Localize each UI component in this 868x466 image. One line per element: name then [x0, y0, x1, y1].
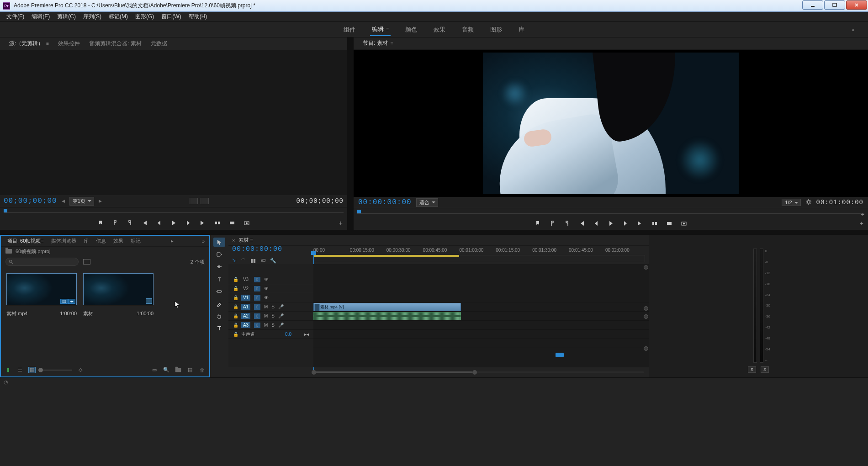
- type-tool[interactable]: [213, 324, 225, 333]
- selection-tool[interactable]: [213, 238, 225, 247]
- create-bin-icon[interactable]: [83, 259, 90, 265]
- master-volume-value[interactable]: 0.0: [285, 332, 291, 337]
- program-resolution-dropdown[interactable]: 1/2: [782, 199, 800, 206]
- export-frame-button[interactable]: [243, 219, 251, 227]
- new-bin-button[interactable]: [175, 367, 182, 373]
- close-sequence-button[interactable]: ×: [232, 238, 235, 243]
- add-marker-button[interactable]: [534, 220, 542, 227]
- minimize-button[interactable]: [802, 0, 823, 10]
- source-patch-toggle[interactable]: ▯: [254, 277, 260, 282]
- export-frame-button[interactable]: [680, 220, 688, 227]
- tab-program[interactable]: 节目: 素材≡: [358, 37, 398, 49]
- snap-toggle[interactable]: ⇲: [232, 258, 236, 265]
- lock-icon[interactable]: 🔒: [233, 304, 238, 309]
- tab-libraries[interactable]: 库: [80, 236, 92, 246]
- tab-metadata[interactable]: 元数据: [146, 38, 172, 49]
- source-button-editor[interactable]: +: [339, 219, 343, 227]
- source-btn-b[interactable]: [201, 198, 209, 204]
- tab-info[interactable]: 信息: [92, 236, 110, 246]
- extract-button[interactable]: [665, 220, 673, 227]
- play-button[interactable]: [169, 219, 178, 227]
- play-button[interactable]: [607, 220, 615, 227]
- menu-sequence[interactable]: 序列(S): [79, 12, 105, 21]
- go-to-out-button[interactable]: [636, 220, 644, 227]
- project-tabs-overflow[interactable]: »: [200, 238, 206, 244]
- voice-icon[interactable]: 🎤: [278, 304, 284, 309]
- maximize-button[interactable]: [824, 0, 845, 10]
- source-patch-toggle[interactable]: ▯: [254, 295, 260, 301]
- workspace-editing[interactable]: 编辑≡: [370, 23, 391, 36]
- program-button-editor[interactable]: +: [860, 220, 863, 227]
- solo-toggle[interactable]: S: [271, 323, 275, 328]
- workspace-color[interactable]: 颜色: [403, 24, 419, 36]
- project-tabs-prev[interactable]: ▸: [169, 238, 175, 244]
- solo-toggle[interactable]: S: [271, 304, 275, 309]
- timeline-ruler[interactable]: 00:00 00:00:15:00 00:00:30:00 00:00:45:0…: [313, 248, 645, 263]
- write-toggle-icon[interactable]: ▮: [5, 367, 12, 373]
- new-item-button[interactable]: ▤: [186, 367, 194, 373]
- step-back-button[interactable]: [155, 219, 163, 227]
- track-select-tool[interactable]: [213, 250, 225, 259]
- tab-effect-controls[interactable]: 效果控件: [53, 38, 85, 49]
- add-marker-button[interactable]: [96, 219, 105, 227]
- timeline-timecode[interactable]: 00:00:00:00: [232, 245, 282, 253]
- project-search-input[interactable]: [5, 258, 79, 266]
- eye-icon[interactable]: 👁: [264, 277, 270, 282]
- source-chev-right[interactable]: ▶: [99, 199, 102, 203]
- mark-out-button[interactable]: [563, 220, 571, 227]
- lock-icon[interactable]: 🔒: [233, 295, 238, 300]
- solo-toggle[interactable]: S: [271, 313, 275, 318]
- insert-button[interactable]: [213, 219, 222, 227]
- source-btn-a[interactable]: [190, 198, 198, 204]
- timeline-zoom-scrollbar[interactable]: [313, 371, 644, 373]
- menu-window[interactable]: 窗口(W): [158, 12, 185, 21]
- source-patch-toggle[interactable]: ▯: [254, 286, 260, 291]
- source-chev-left[interactable]: ◀: [62, 199, 65, 203]
- panel-divider-horizontal[interactable]: [0, 230, 868, 235]
- mark-in-button[interactable]: [548, 220, 556, 227]
- track-header-v2[interactable]: 🔒V2▯👁: [228, 284, 313, 293]
- linked-selection-toggle[interactable]: ⌒: [241, 258, 246, 265]
- ripple-edit-tool[interactable]: [213, 262, 225, 271]
- video-clip[interactable]: 素材.mp4 [V]: [313, 303, 461, 311]
- track-header-master[interactable]: 🔒主声道0.0▸◂: [228, 330, 313, 339]
- mute-toggle[interactable]: M: [264, 323, 268, 328]
- lock-icon[interactable]: 🔒: [233, 286, 238, 291]
- solo-right-button[interactable]: S: [761, 366, 769, 373]
- lock-icon[interactable]: 🔒: [233, 332, 238, 337]
- workspace-libraries[interactable]: 库: [517, 24, 526, 36]
- program-playhead[interactable]: [357, 210, 361, 213]
- timeline-settings-icon[interactable]: 🔧: [270, 258, 276, 265]
- tab-project[interactable]: 项目: 60帧视频≡: [4, 236, 48, 246]
- icon-view-button[interactable]: ▦: [28, 367, 36, 373]
- voice-icon[interactable]: 🎤: [278, 313, 284, 318]
- pen-tool[interactable]: [213, 299, 225, 308]
- source-patch-toggle[interactable]: ▯: [254, 313, 260, 319]
- workspace-menu-icon[interactable]: ≡: [386, 26, 389, 32]
- lift-button[interactable]: [651, 220, 659, 227]
- menu-edit[interactable]: 编辑(E): [28, 12, 53, 21]
- menu-graphics[interactable]: 图形(G): [132, 12, 158, 21]
- menu-file[interactable]: 文件(F): [3, 12, 28, 21]
- lock-icon[interactable]: 🔒: [233, 323, 238, 328]
- collapse-icon[interactable]: ▸◂: [304, 332, 309, 337]
- project-clip-sequence[interactable]: 素材 1:00:00: [83, 273, 153, 319]
- sequence-tab[interactable]: 素材 ≡: [238, 237, 253, 244]
- menu-help[interactable]: 帮助(H): [185, 12, 211, 21]
- eye-icon[interactable]: 👁: [264, 295, 270, 300]
- project-clip-video[interactable]: ▯▯◂▸ 素材.mp4 1:00:00: [6, 273, 77, 319]
- workspace-overflow-button[interactable]: »: [852, 27, 854, 32]
- tab-markers[interactable]: 标记: [127, 236, 144, 246]
- step-forward-button[interactable]: [184, 219, 192, 227]
- project-bin-area[interactable]: ▯▯◂▸ 素材.mp4 1:00:00: [1, 268, 209, 363]
- track-header-a2[interactable]: 🔒A2▯MS🎤: [228, 312, 313, 321]
- workspace-audio[interactable]: 音频: [460, 24, 476, 36]
- workspace-assembly[interactable]: 组件: [342, 24, 357, 36]
- mark-out-button[interactable]: [126, 219, 134, 227]
- close-button[interactable]: [846, 0, 867, 10]
- source-patch-toggle[interactable]: ▯: [254, 304, 260, 310]
- timeline-vertical-scroll-thumb[interactable]: [556, 353, 564, 357]
- track-clip-area[interactable]: 素材.mp4 [V]: [313, 264, 649, 367]
- mute-toggle[interactable]: M: [264, 313, 268, 318]
- source-ruler[interactable]: [0, 207, 347, 216]
